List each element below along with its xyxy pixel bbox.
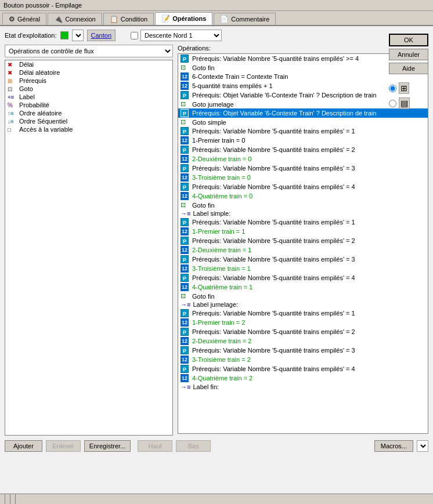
op-item-26[interactable]: ⊡ Goto fin bbox=[178, 292, 428, 300]
list-item-prob[interactable]: % Probabilité bbox=[5, 101, 172, 109]
op-item-8[interactable]: P Prérequis: Variable Nombre '5-quantité… bbox=[178, 126, 428, 136]
operations-type-list: ✖ Délai ✖ Délai aléatoire ⊞ Prérequis ⊡ … bbox=[5, 60, 173, 436]
help-button[interactable]: Aide bbox=[389, 63, 428, 74]
op-item-21[interactable]: 12 2-Deuxième train = 1 bbox=[178, 245, 428, 255]
operations-list[interactable]: P Prérequis: Variable Nombre '5-quantité… bbox=[178, 53, 428, 434]
op-item-17[interactable]: →≡ Label simple: bbox=[178, 209, 428, 217]
window-title: Bouton poussoir - Empilage bbox=[3, 2, 82, 9]
op-icon-16: ⊡ bbox=[181, 201, 190, 209]
tab-commentaire-label: Commentaire bbox=[231, 16, 269, 23]
op-item-13[interactable]: 12 3-Troisième train = 0 bbox=[178, 173, 428, 182]
op-icon-29: 12 bbox=[181, 318, 190, 327]
radio-grid[interactable] bbox=[389, 85, 396, 92]
operations-type-select[interactable]: Opérations de contrôle de flux bbox=[5, 45, 173, 57]
op-item-28[interactable]: P Prérequis: Variable Nombre '5-quantité… bbox=[178, 309, 428, 318]
radio-list[interactable] bbox=[389, 100, 396, 107]
op-item-35[interactable]: 12 4-Quatrième train = 2 bbox=[178, 374, 428, 383]
op-item-27[interactable]: →≡ Label jumelage: bbox=[178, 300, 428, 309]
grid-icon: ⊞ bbox=[399, 82, 409, 94]
op-item-24[interactable]: P Prérequis: Variable Nombre '5-quantité… bbox=[178, 273, 428, 282]
op-item-9[interactable]: 12 1-Premier train = 0 bbox=[178, 136, 428, 145]
op-icon-22: P bbox=[181, 255, 190, 263]
op-item-33[interactable]: 12 3-Troisième train = 2 bbox=[178, 355, 428, 364]
op-icon-23: 12 bbox=[181, 264, 190, 273]
op-icon-32: P bbox=[181, 346, 190, 354]
op-icon-33: 12 bbox=[181, 356, 190, 364]
list-icon: ▤ bbox=[399, 97, 410, 109]
down-button[interactable]: Bas bbox=[176, 440, 211, 452]
op-item-32[interactable]: P Prérequis: Variable Nombre '5-quantité… bbox=[178, 346, 428, 355]
op-item-14[interactable]: P Prérequis: Variable Nombre '5-quantité… bbox=[178, 182, 428, 191]
op-icon-21: 12 bbox=[181, 246, 190, 254]
op-icon-34: P bbox=[181, 365, 190, 373]
op-item-18[interactable]: P Prérequis: Variable Nombre '5-quantité… bbox=[178, 217, 428, 227]
op-item-36[interactable]: →≡ Label fin: bbox=[178, 383, 428, 391]
main-content: Etat d'exploitation: Canton Descente Nor… bbox=[0, 26, 433, 455]
connexion-icon: 🔌 bbox=[54, 15, 63, 23]
operations-icon: 📝 bbox=[161, 14, 170, 23]
save-button[interactable]: Enregistrer... bbox=[84, 440, 131, 452]
op-item-7[interactable]: ⊡ Goto simple bbox=[178, 118, 428, 126]
tab-operations[interactable]: 📝 Opérations bbox=[155, 12, 212, 25]
descente-checkbox[interactable] bbox=[131, 32, 138, 39]
list-item-var[interactable]: □ Accès à la variable bbox=[5, 125, 172, 133]
state-dropdown[interactable] bbox=[72, 30, 84, 41]
macros-button[interactable]: Macros... bbox=[374, 440, 413, 452]
op-item-25[interactable]: 12 4-Quatrième train = 1 bbox=[178, 282, 428, 292]
macros-dropdown[interactable] bbox=[417, 440, 428, 452]
status-segment-1 bbox=[0, 494, 5, 504]
op-item-34[interactable]: P Prérequis: Variable Nombre '5-quantité… bbox=[178, 364, 428, 374]
op-item-6[interactable]: P Prérequis: Objet Variable '6-Contexte … bbox=[178, 108, 428, 118]
op-icon-0: P bbox=[181, 55, 190, 63]
list-item-prereq[interactable]: ⊞ Prérequis bbox=[5, 77, 172, 85]
ok-button[interactable]: OK bbox=[389, 34, 428, 46]
op-item-31[interactable]: 12 2-Deuxième train = 2 bbox=[178, 336, 428, 346]
op-icon-4: P bbox=[181, 91, 190, 99]
op-icon-6: P bbox=[181, 109, 190, 117]
canton-button[interactable]: Canton bbox=[87, 30, 116, 41]
op-item-23[interactable]: 12 3-Troisième train = 1 bbox=[178, 264, 428, 273]
delay-icon: ✖ bbox=[8, 61, 17, 68]
cancel-button[interactable]: Annuler bbox=[389, 49, 428, 60]
order-seq-icon: ↓≡ bbox=[8, 118, 17, 125]
op-item-11[interactable]: 12 2-Deuxième train = 0 bbox=[178, 154, 428, 164]
up-button[interactable]: Haut bbox=[138, 440, 172, 452]
list-item-order-seq[interactable]: ↓≡ Ordre Séquentiel bbox=[5, 117, 172, 125]
op-item-30[interactable]: P Prérequis: Variable Nombre '5-quantité… bbox=[178, 327, 428, 336]
left-panel: Opérations de contrôle de flux ✖ Délai ✖… bbox=[5, 45, 173, 436]
list-item-delay[interactable]: ✖ Délai bbox=[5, 60, 172, 68]
op-item-22[interactable]: P Prérequis: Variable Nombre '5-quantité… bbox=[178, 255, 428, 264]
list-item-goto[interactable]: ⊡ Goto bbox=[5, 85, 172, 93]
order-random-icon: ↑≡ bbox=[8, 110, 17, 117]
op-item-19[interactable]: 12 1-Premier train = 1 bbox=[178, 227, 428, 236]
tab-commentaire[interactable]: 📄 Commentaire bbox=[214, 13, 276, 25]
op-icon-9: 12 bbox=[181, 136, 190, 144]
op-item-16[interactable]: ⊡ Goto fin bbox=[178, 201, 428, 209]
op-item-15[interactable]: 12 4-Quatrième train = 0 bbox=[178, 191, 428, 201]
descente-select[interactable]: Descente Nord 1 bbox=[140, 30, 222, 41]
op-item-20[interactable]: P Prérequis: Variable Nombre '5-quantité… bbox=[178, 236, 428, 245]
list-item-order-random[interactable]: ↑≡ Ordre aléatoire bbox=[5, 109, 172, 117]
op-icon-18: P bbox=[181, 218, 190, 226]
tab-connexion[interactable]: 🔌 Connexion bbox=[48, 13, 102, 25]
list-item-label[interactable]: +≡ Label bbox=[5, 93, 172, 101]
radio-group: ⊞ ▤ bbox=[389, 82, 428, 109]
op-icon-12: P bbox=[181, 164, 190, 172]
tab-connexion-label: Connexion bbox=[65, 16, 96, 23]
tab-condition[interactable]: 📋 Condition bbox=[103, 13, 154, 25]
op-item-12[interactable]: P Prérequis: Variable Nombre '5-quantité… bbox=[178, 164, 428, 173]
tab-general[interactable]: ⚙ Général bbox=[2, 13, 46, 25]
op-item-10[interactable]: P Prérequis: Variable Nombre '5-quantité… bbox=[178, 145, 428, 154]
op-icon-28: P bbox=[181, 309, 190, 317]
add-button[interactable]: Ajouter bbox=[5, 440, 42, 452]
op-icon-35: 12 bbox=[181, 374, 190, 382]
op-icon-25: 12 bbox=[181, 283, 190, 291]
tab-operations-label: Opérations bbox=[172, 15, 206, 22]
op-item-29[interactable]: 12 1-Premier train = 2 bbox=[178, 318, 428, 327]
op-icon-17: →≡ bbox=[181, 210, 190, 217]
list-item-delay-random[interactable]: ✖ Délai aléatoire bbox=[5, 68, 172, 77]
op-icon-31: 12 bbox=[181, 337, 190, 345]
status-segment-3 bbox=[10, 494, 16, 504]
op-icon-30: P bbox=[181, 328, 190, 336]
remove-button[interactable]: Enlever bbox=[46, 440, 81, 452]
